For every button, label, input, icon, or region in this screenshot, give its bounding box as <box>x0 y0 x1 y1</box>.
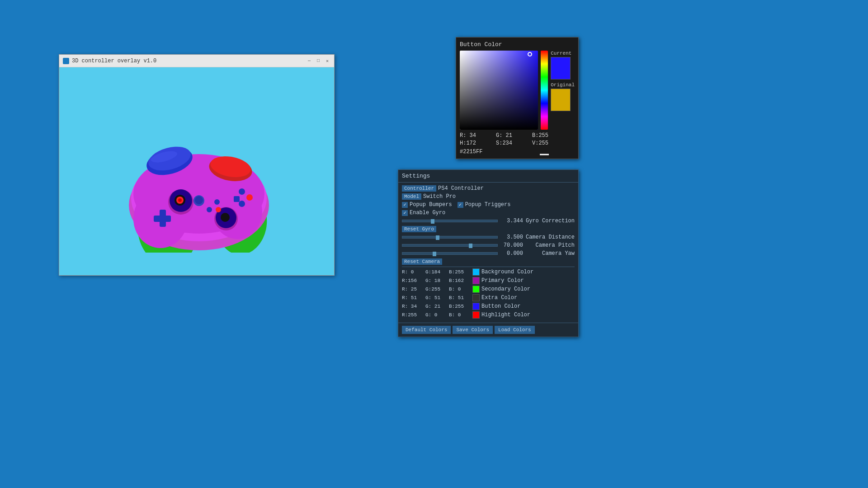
camera-pitch-row: 70.000 Camera Pitch <box>402 242 575 249</box>
camera-distance-track[interactable] <box>402 236 498 239</box>
cp-gradient[interactable] <box>460 51 538 130</box>
svg-point-23 <box>246 194 253 201</box>
cp-right <box>541 51 548 130</box>
color-swatch-2[interactable] <box>472 286 480 293</box>
svg-point-28 <box>207 207 212 212</box>
color-swatch-1[interactable] <box>472 277 480 284</box>
cp-v-value: V:255 <box>532 140 564 146</box>
enable-gyro-row: ✓ Enable Gyro <box>402 210 575 216</box>
color-g-1: G: 18 <box>425 278 447 283</box>
gyro-correction-slider[interactable]: 3.344 <box>402 218 523 224</box>
popup-triggers-checkbox[interactable]: ✓ <box>458 202 463 208</box>
cp-g-value: G: 21 <box>496 132 528 139</box>
popup-bumpers-label: Popup Bumpers <box>410 202 452 208</box>
camera-distance-slider[interactable]: 3.500 <box>402 234 523 240</box>
color-row-4: R: 34 G: 21 B:255 Button Color <box>402 303 575 310</box>
color-row-3: R: 51 G: 51 B: 51 Extra Color <box>402 294 575 301</box>
controller-value: PS4 Controller <box>438 185 484 192</box>
cp-original-swatch[interactable] <box>551 89 571 111</box>
settings-panel: Settings Controller PS4 Controller Model… <box>398 169 579 337</box>
gyro-correction-track[interactable] <box>402 220 498 222</box>
camera-pitch-value: 70.000 <box>500 242 523 249</box>
cp-values: R: 34 G: 21 B:255 H:172 S:234 V:255 #221… <box>460 132 575 155</box>
camera-distance-thumb[interactable] <box>436 235 439 240</box>
cp-hue-bar[interactable] <box>541 51 548 130</box>
color-name-0[interactable]: Background Color <box>481 269 533 275</box>
camera-yaw-slider[interactable]: 0.000 <box>402 250 523 257</box>
window-title-left: 3D controller overlay v1.0 <box>63 58 156 64</box>
controller-window: 3D controller overlay v1.0 — □ ✕ <box>59 54 335 276</box>
color-b-2: B: 0 <box>449 286 471 292</box>
color-row-1: R:156 G: 18 B:162 Primary Color <box>402 277 575 284</box>
close-button[interactable]: ✕ <box>324 58 330 64</box>
enable-gyro-check[interactable]: ✓ Enable Gyro <box>402 210 445 216</box>
color-r-3: R: 51 <box>402 295 424 300</box>
default-colors-button[interactable]: Default Colors <box>402 326 451 334</box>
gyro-correction-thumb[interactable] <box>431 219 434 224</box>
camera-pitch-thumb[interactable] <box>469 244 472 248</box>
maximize-button[interactable]: □ <box>315 58 321 64</box>
settings-title: Settings <box>398 170 578 183</box>
window-titlebar: 3D controller overlay v1.0 — □ ✕ <box>59 55 334 67</box>
popup-triggers-check[interactable]: ✓ Popup Triggers <box>458 202 511 208</box>
cp-original-label: Original <box>551 82 575 88</box>
camera-pitch-track[interactable] <box>402 244 498 247</box>
cp-current-swatch[interactable] <box>551 57 571 80</box>
camera-yaw-label: Camera Yaw <box>525 250 575 257</box>
bottom-buttons: Default Colors Save Colors Load Colors <box>398 323 578 337</box>
color-swatch-5[interactable] <box>472 311 480 319</box>
color-b-5: B: 0 <box>449 312 471 318</box>
svg-point-15 <box>178 198 182 202</box>
color-name-3[interactable]: Extra Color <box>481 295 517 301</box>
color-r-2: R: 25 <box>402 286 424 292</box>
color-name-2[interactable]: Secondary Color <box>481 286 530 292</box>
enable-gyro-checkbox[interactable]: ✓ <box>402 210 408 216</box>
cp-title: Button Color <box>460 41 575 48</box>
cp-rgb-row: R: 34 G: 21 B:255 <box>460 132 575 139</box>
camera-pitch-slider[interactable]: 70.000 <box>402 242 523 249</box>
color-swatch-4[interactable] <box>472 303 480 310</box>
popup-bumpers-check[interactable]: ✓ Popup Bumpers <box>402 202 452 208</box>
camera-distance-row: 3.500 Camera Distance <box>402 234 575 240</box>
reset-camera-button[interactable]: Reset Camera <box>402 258 442 265</box>
minimize-button[interactable]: — <box>306 58 312 64</box>
color-picker-panel: Button Color Current Original R: 34 G: 2… <box>456 37 579 159</box>
color-rows-container: R: 0 G:184 B:255 Background Color R:156 … <box>402 268 575 319</box>
popup-triggers-label: Popup Triggers <box>465 202 511 208</box>
model-value: Switch Pro <box>423 193 456 200</box>
checkboxes-row: ✓ Popup Bumpers ✓ Popup Triggers <box>402 202 575 208</box>
color-row-2: R: 25 G:255 B: 0 Secondary Color <box>402 286 575 293</box>
save-colors-button[interactable]: Save Colors <box>453 326 493 334</box>
model-row: Model Switch Pro <box>402 193 575 200</box>
color-name-5[interactable]: Highlight Color <box>481 312 530 318</box>
popup-bumpers-checkbox[interactable]: ✓ <box>402 202 408 208</box>
color-name-1[interactable]: Primary Color <box>481 277 524 284</box>
controller-svg-area <box>59 67 334 275</box>
gyro-correction-label: Gyro Correction <box>525 218 575 224</box>
svg-rect-21 <box>234 196 240 202</box>
reset-gyro-button[interactable]: Reset Gyro <box>402 226 436 232</box>
camera-yaw-thumb[interactable] <box>433 252 436 256</box>
window-controls: — □ ✕ <box>306 58 330 64</box>
camera-yaw-row: 0.000 Camera Yaw <box>402 250 575 257</box>
controller-row: Controller PS4 Controller <box>402 185 575 192</box>
cp-b-value: B:255 <box>532 132 564 139</box>
cp-h-value: H:172 <box>460 140 491 146</box>
color-swatch-0[interactable] <box>472 268 480 276</box>
color-swatch-3[interactable] <box>472 294 480 301</box>
model-label-btn[interactable]: Model <box>402 193 421 200</box>
reset-camera-row: Reset Camera <box>402 258 575 265</box>
window-icon <box>63 58 69 64</box>
controller-label-btn[interactable]: Controller <box>402 185 436 192</box>
enable-gyro-label: Enable Gyro <box>410 210 445 216</box>
camera-pitch-label: Camera Pitch <box>525 242 575 249</box>
camera-yaw-track[interactable] <box>402 252 498 255</box>
cp-hue-indicator <box>540 154 549 155</box>
cp-main-area: Current Original <box>460 51 575 130</box>
gyro-correction-value: 3.344 <box>500 218 523 224</box>
camera-distance-value: 3.500 <box>500 234 523 240</box>
color-name-4[interactable]: Button Color <box>481 303 520 310</box>
load-colors-button[interactable]: Load Colors <box>495 326 535 334</box>
cp-r-value: R: 34 <box>460 132 491 139</box>
cp-s-value: S:234 <box>496 140 528 146</box>
